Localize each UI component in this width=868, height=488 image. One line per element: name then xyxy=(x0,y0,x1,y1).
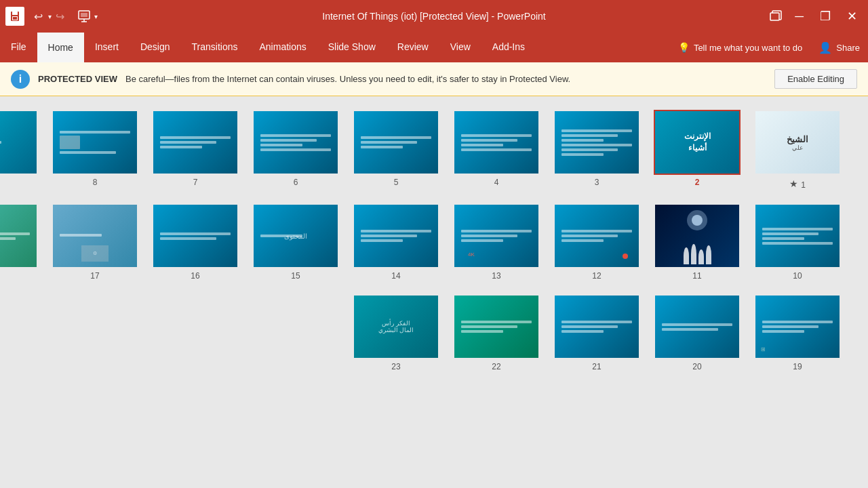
slide-thumb-23: الفكر رأس المال البشري xyxy=(353,294,439,359)
presentation-tool-icon: ▾ xyxy=(77,9,98,24)
slide-item-3[interactable]: 3 xyxy=(553,110,640,190)
protected-view-message: Be careful—files from the Internet can c… xyxy=(125,74,766,84)
protected-view-bar: i PROTECTED VIEW Be careful—files from t… xyxy=(0,62,868,96)
slide-number-5: 5 xyxy=(394,178,399,187)
slide-number-23: 23 xyxy=(391,362,400,371)
tab-home[interactable]: Home xyxy=(37,33,84,62)
slide-row-3: ⊞ 19 20 xyxy=(27,294,841,371)
slide-thumb-20 xyxy=(654,294,741,359)
tab-file[interactable]: File xyxy=(0,33,37,62)
slide-thumb-22 xyxy=(453,294,540,359)
info-icon: i xyxy=(11,70,30,89)
slide-item-1[interactable]: الشيخ علي ★ 1 xyxy=(754,110,841,190)
restore-to-window-icon[interactable] xyxy=(768,8,784,24)
slide-thumb-16 xyxy=(152,203,239,268)
slide-number-12: 12 xyxy=(592,271,601,281)
slide-item-14[interactable]: 14 xyxy=(353,203,439,281)
slide-number-4: 4 xyxy=(494,178,499,187)
slide-thumb-14 xyxy=(353,203,439,268)
window-title: Internet Of Things (iot) [Protected View… xyxy=(322,11,545,22)
slide-item-13[interactable]: 4K 13 xyxy=(453,203,540,281)
save-button[interactable] xyxy=(5,7,24,26)
slide-item-16[interactable]: 16 xyxy=(152,203,239,281)
slide-thumb-15: المحتوى xyxy=(252,203,339,268)
slide-number-2: 2 xyxy=(695,178,700,187)
slide-thumb-11 xyxy=(654,203,741,268)
slide-item-11[interactable]: 11 xyxy=(654,203,741,281)
tab-review[interactable]: Review xyxy=(387,33,439,62)
protected-view-label: PROTECTED VIEW xyxy=(38,74,117,84)
slide-number-17: 17 xyxy=(90,271,99,281)
slide-item-5[interactable]: 5 xyxy=(353,110,439,190)
slide-thumb-7 xyxy=(152,110,239,175)
tab-view[interactable]: View xyxy=(439,33,481,62)
tab-addins[interactable]: Add-Ins xyxy=(481,33,536,62)
slide-item-6[interactable]: 6 xyxy=(252,110,339,190)
slide-item-17[interactable]: ⚙ 17 xyxy=(52,203,138,281)
slide-number-8: 8 xyxy=(93,178,98,187)
slide-item-23[interactable]: الفكر رأس المال البشري 23 xyxy=(353,294,439,371)
slide-row-2: 10 xyxy=(27,203,841,281)
tab-design[interactable]: Design xyxy=(130,33,181,62)
redo-button[interactable]: ↪ xyxy=(53,7,67,26)
close-button[interactable]: ✕ xyxy=(842,10,863,22)
tab-insert[interactable]: Insert xyxy=(84,33,130,62)
slide-number-13: 13 xyxy=(492,271,500,281)
slide-item-22[interactable]: 22 xyxy=(453,294,540,371)
slide-item-9[interactable]: 9 xyxy=(0,110,38,190)
slide-thumb-12 xyxy=(553,203,640,268)
share-label: Share xyxy=(836,43,860,53)
slide-thumb-3 xyxy=(553,110,640,175)
slide-item-10[interactable]: 10 xyxy=(754,203,841,281)
share-button[interactable]: 👤 Share xyxy=(810,33,868,62)
slide-item-12[interactable]: 12 xyxy=(553,203,640,281)
slide-item-20[interactable]: 20 xyxy=(654,294,741,371)
slide-item-19[interactable]: ⊞ 19 xyxy=(754,294,841,371)
tab-animations[interactable]: Animations xyxy=(248,33,317,62)
slide-thumb-9 xyxy=(0,110,38,175)
slide-thumb-5 xyxy=(353,110,439,175)
svg-rect-1 xyxy=(12,12,18,15)
svg-rect-7 xyxy=(81,13,87,17)
undo-dropdown[interactable]: ▾ xyxy=(48,13,52,20)
slide-thumb-10 xyxy=(754,203,841,268)
slide-thumb-21 xyxy=(553,294,640,359)
restore-button[interactable]: ❐ xyxy=(814,10,836,22)
slide-number-20: 20 xyxy=(692,362,701,371)
lightbulb-icon: 💡 xyxy=(678,42,690,53)
slide-item-4[interactable]: 4 xyxy=(453,110,540,190)
slide-item-18[interactable]: 18 xyxy=(0,203,38,281)
tab-transitions[interactable]: Transitions xyxy=(181,33,249,62)
undo-redo-group: ↩ ▾ ↪ xyxy=(31,7,67,26)
title-bar-right: ─ ❐ ✕ xyxy=(768,8,863,24)
undo-button[interactable]: ↩ xyxy=(31,7,45,26)
slide-item-7[interactable]: 7 xyxy=(152,110,239,190)
slide-item-8[interactable]: 8 xyxy=(52,110,138,190)
dropdown-arrow-presentation[interactable]: ▾ xyxy=(94,13,98,20)
tell-me-box[interactable]: 💡 Tell me what you want to do xyxy=(670,33,810,62)
slide-number-16: 16 xyxy=(191,271,199,281)
slide-item-21[interactable]: 21 xyxy=(553,294,640,371)
minimize-button[interactable]: ─ xyxy=(789,10,809,22)
slide-thumb-1: الشيخ علي xyxy=(754,110,841,175)
slide-number-15: 15 xyxy=(291,271,300,281)
slide-number-21: 21 xyxy=(592,362,601,371)
star-icon-slide1: ★ xyxy=(789,178,798,189)
slide-number-22: 22 xyxy=(492,362,500,371)
slide-number-3: 3 xyxy=(595,178,599,187)
title-bar: ↩ ▾ ↪ ▾ Internet Of Things (iot) [Protec… xyxy=(0,0,868,33)
tab-slideshow[interactable]: Slide Show xyxy=(317,33,387,62)
slide-number-1: 1 xyxy=(801,180,806,190)
slide-row-1: الشيخ علي ★ 1 الإنترنتأشياء xyxy=(27,110,841,190)
slide-thumb-8 xyxy=(52,110,138,175)
slide-number-10: 10 xyxy=(793,271,802,281)
slide-thumb-2: الإنترنتأشياء xyxy=(654,110,741,175)
slide-item-15[interactable]: المحتوى 15 xyxy=(252,203,339,281)
slides-grid: الشيخ علي ★ 1 الإنترنتأشياء xyxy=(27,110,841,371)
slide-thumb-6 xyxy=(252,110,339,175)
tell-me-text: Tell me what you want to do xyxy=(694,43,802,53)
slide-thumb-4 xyxy=(453,110,540,175)
slide-area: الشيخ علي ★ 1 الإنترنتأشياء xyxy=(0,96,868,488)
slide-item-2[interactable]: الإنترنتأشياء 2 xyxy=(654,110,741,190)
enable-editing-button[interactable]: Enable Editing xyxy=(774,69,857,89)
